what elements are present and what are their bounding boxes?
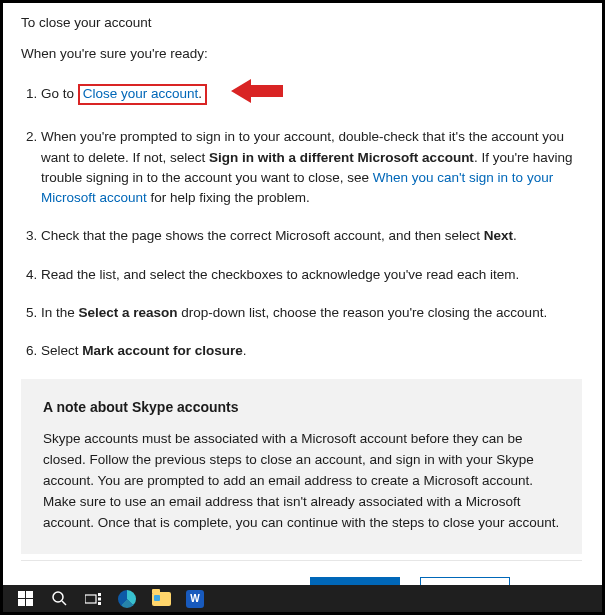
ready-text: When you're sure you're ready: (21, 46, 582, 61)
step-1-text-b: . (198, 86, 202, 101)
svg-rect-3 (18, 599, 25, 606)
step-2-bold1: Sign in with a different Microsoft accou… (209, 150, 474, 165)
step-5-bold: Select a reason (79, 305, 178, 320)
close-account-link[interactable]: Close your account (83, 86, 199, 101)
step-6-bold: Mark account for closure (82, 343, 243, 358)
svg-rect-7 (85, 595, 96, 603)
note-body: Skype accounts must be associated with a… (43, 429, 560, 534)
edge-button[interactable] (111, 587, 143, 611)
svg-rect-9 (98, 597, 101, 600)
step-4: Read the list, and select the checkboxes… (41, 265, 582, 285)
step-5-a: In the (41, 305, 79, 320)
skype-note: A note about Skype accounts Skype accoun… (21, 379, 582, 554)
step-6-b: . (243, 343, 247, 358)
step-3-a: Check that the page shows the correct Mi… (41, 228, 484, 243)
svg-point-5 (53, 592, 63, 602)
task-view-button[interactable] (77, 587, 109, 611)
svg-rect-10 (98, 602, 101, 605)
windows-icon (18, 591, 33, 606)
svg-marker-0 (231, 79, 283, 103)
word-button[interactable]: W (179, 587, 211, 611)
search-button[interactable] (43, 587, 75, 611)
note-title: A note about Skype accounts (43, 399, 560, 415)
svg-rect-8 (98, 593, 101, 596)
steps-list: Go to Close your account. When you're pr… (21, 79, 582, 361)
svg-rect-1 (18, 591, 25, 598)
step-1: Go to Close your account. (41, 79, 582, 109)
step-6-a: Select (41, 343, 82, 358)
step-6: Select Mark account for closure. (41, 341, 582, 361)
word-icon: W (186, 590, 204, 608)
step-2: When you're prompted to sign in to your … (41, 127, 582, 208)
step-5-b: drop-down list, choose the reason you're… (178, 305, 548, 320)
page-heading: To close your account (21, 15, 582, 30)
search-icon (52, 591, 67, 606)
folder-icon (152, 592, 171, 606)
taskbar: W (3, 585, 602, 612)
step-3-b: . (513, 228, 517, 243)
step-2-c: for help fixing the problem. (147, 190, 310, 205)
svg-line-6 (62, 601, 66, 605)
task-view-icon (85, 593, 101, 605)
step-3-bold: Next (484, 228, 513, 243)
close-account-highlight: Close your account. (78, 84, 207, 105)
step-5: In the Select a reason drop-down list, c… (41, 303, 582, 323)
svg-rect-4 (26, 599, 33, 606)
svg-rect-2 (26, 591, 33, 598)
start-button[interactable] (9, 587, 41, 611)
edge-icon (118, 590, 136, 608)
file-explorer-button[interactable] (145, 587, 177, 611)
red-arrow-icon (231, 79, 283, 109)
step-3: Check that the page shows the correct Mi… (41, 226, 582, 246)
step-1-text-a: Go to (41, 86, 78, 101)
